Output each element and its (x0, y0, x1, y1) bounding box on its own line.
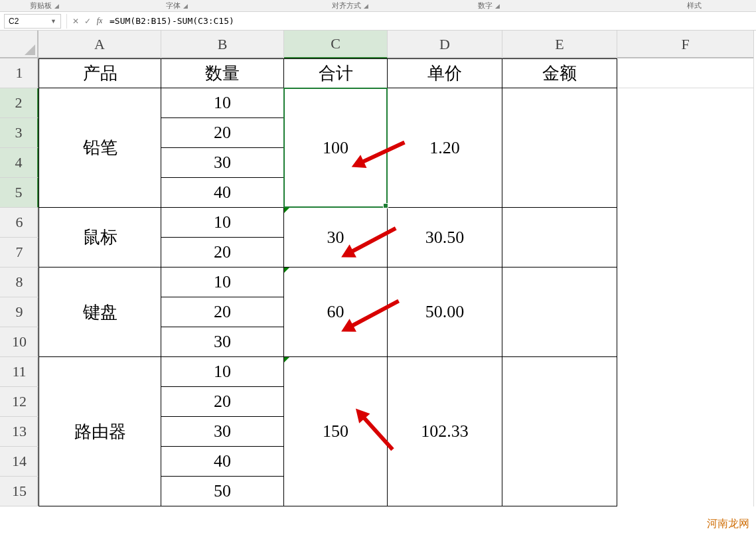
select-all-corner[interactable] (0, 31, 38, 58)
cell-B4[interactable]: 30 (161, 148, 284, 178)
cell-B11[interactable]: 10 (161, 357, 284, 387)
row-header-14[interactable]: 14 (0, 447, 38, 477)
enter-icon[interactable]: ✓ (82, 17, 94, 26)
cell-E1[interactable]: 金额 (502, 58, 617, 88)
row-headers: 1 2 3 4 5 6 7 8 9 10 11 12 13 14 15 (0, 58, 38, 506)
dialog-launcher-icon[interactable]: ◢ (495, 3, 500, 9)
cell-F1[interactable] (617, 58, 754, 88)
row-header-9[interactable]: 9 (0, 297, 38, 327)
watermark: 河南龙网 (707, 517, 749, 531)
cell-D11-merged[interactable]: 102.33 (388, 357, 502, 506)
row-header-12[interactable]: 12 (0, 387, 38, 417)
fx-icon[interactable]: fx (94, 16, 106, 26)
col-header-A[interactable]: A (38, 31, 161, 58)
row-header-6[interactable]: 6 (0, 208, 38, 238)
cell-D8-merged[interactable]: 50.00 (388, 268, 502, 357)
cell-A1[interactable]: 产品 (38, 58, 161, 88)
row-header-5[interactable]: 5 (0, 178, 38, 208)
cell-C1[interactable]: 合计 (284, 58, 388, 88)
cell-A11-merged[interactable]: 路由器 (38, 357, 161, 506)
spreadsheet: A B C D E F 1 2 3 4 5 6 7 8 9 10 11 12 1… (0, 31, 756, 535)
chevron-down-icon[interactable]: ▼ (50, 18, 56, 25)
cancel-icon[interactable]: ✕ (70, 17, 82, 26)
cell-B6[interactable]: 10 (161, 208, 284, 238)
cell-E2-merged[interactable] (502, 88, 617, 208)
row-header-11[interactable]: 11 (0, 357, 38, 387)
cell-C11-merged[interactable]: 150 (284, 357, 388, 506)
ribbon-group-clipboard[interactable]: 剪贴板◢ (30, 1, 59, 11)
row-header-7[interactable]: 7 (0, 238, 38, 268)
row-header-4[interactable]: 4 (0, 148, 38, 178)
name-box-value: C2 (9, 17, 19, 26)
row-header-15[interactable]: 15 (0, 477, 38, 506)
row-header-2[interactable]: 2 (0, 88, 38, 118)
row-header-1[interactable]: 1 (0, 58, 38, 88)
error-indicator-icon (284, 357, 289, 362)
cell-B1[interactable]: 数量 (161, 58, 284, 88)
col-header-C[interactable]: C (284, 31, 388, 58)
ribbon-group-font[interactable]: 字体◢ (166, 1, 188, 11)
error-indicator-icon (284, 268, 289, 273)
formula-input[interactable] (106, 15, 756, 27)
cell-C6-merged[interactable]: 30 (284, 208, 388, 268)
cell-B15[interactable]: 50 (161, 477, 284, 506)
cell-B12[interactable]: 20 (161, 387, 284, 417)
ribbon-group-labels: 剪贴板◢ 字体◢ 对齐方式◢ 数字◢ 样式 (0, 0, 756, 12)
formula-bar-row: C2 ▼ ✕ ✓ fx (0, 12, 756, 31)
cell-B9[interactable]: 20 (161, 297, 284, 327)
cell-B10[interactable]: 30 (161, 327, 284, 357)
cell-B2[interactable]: 10 (161, 88, 284, 118)
col-header-D[interactable]: D (388, 31, 502, 58)
cell-D2-merged[interactable]: 1.20 (388, 88, 502, 208)
cell-B7[interactable]: 20 (161, 238, 284, 268)
name-box[interactable]: C2 ▼ (4, 14, 61, 29)
dialog-launcher-icon[interactable]: ◢ (364, 3, 368, 9)
cell-A2-merged[interactable]: 铅笔 (38, 88, 161, 208)
cell-D6-merged[interactable]: 30.50 (388, 208, 502, 268)
cell-A6-merged[interactable]: 鼠标 (38, 208, 161, 268)
col-header-B[interactable]: B (161, 31, 284, 58)
row-header-10[interactable]: 10 (0, 327, 38, 357)
cell-E8-merged[interactable] (502, 268, 617, 357)
cell-B8[interactable]: 10 (161, 268, 284, 297)
cell-B14[interactable]: 40 (161, 447, 284, 477)
cell-D1[interactable]: 单价 (388, 58, 502, 88)
cell-C2-merged[interactable]: 100 (284, 88, 388, 208)
separator (66, 14, 67, 29)
cell-B13[interactable]: 30 (161, 417, 284, 447)
cell-E6-merged[interactable] (502, 208, 617, 268)
row-header-3[interactable]: 3 (0, 118, 38, 148)
ribbon-group-number[interactable]: 数字◢ (478, 1, 500, 11)
dialog-launcher-icon[interactable]: ◢ (54, 3, 59, 9)
error-indicator-icon (284, 208, 289, 213)
cell-F-range[interactable] (617, 88, 754, 506)
cell-B3[interactable]: 20 (161, 118, 284, 148)
dialog-launcher-icon[interactable]: ◢ (183, 3, 188, 9)
cell-E11-merged[interactable] (502, 357, 617, 506)
cell-B5[interactable]: 40 (161, 178, 284, 208)
column-headers: A B C D E F (38, 31, 754, 58)
row-header-13[interactable]: 13 (0, 417, 38, 447)
ribbon-group-alignment[interactable]: 对齐方式◢ (332, 1, 368, 11)
ribbon-group-styles[interactable]: 样式 (687, 1, 702, 11)
col-header-E[interactable]: E (502, 31, 617, 58)
cell-C8-merged[interactable]: 60 (284, 268, 388, 357)
cell-A8-merged[interactable]: 键盘 (38, 268, 161, 357)
row-header-8[interactable]: 8 (0, 268, 38, 297)
col-header-F[interactable]: F (617, 31, 754, 58)
